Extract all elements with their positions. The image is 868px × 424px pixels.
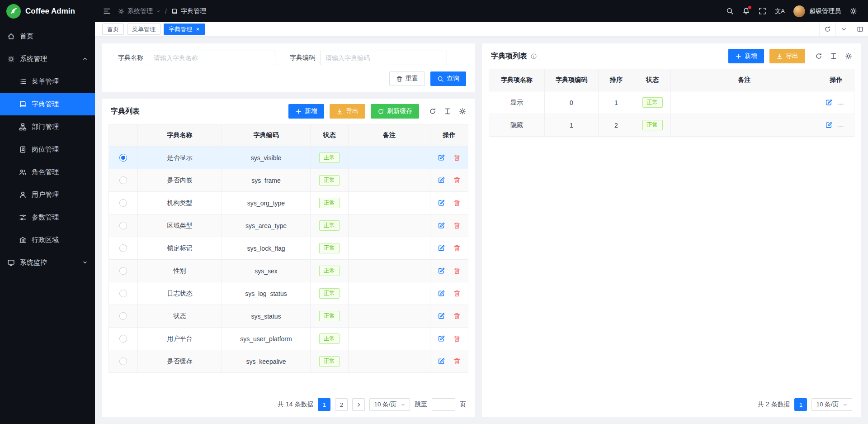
edit-icon[interactable] [438, 199, 445, 207]
row-radio-button[interactable] [119, 154, 127, 162]
search-button[interactable]: 查询 [430, 71, 466, 86]
delete-icon[interactable] [453, 222, 461, 229]
edit-icon[interactable] [438, 222, 445, 229]
delete-icon[interactable] [453, 335, 461, 343]
page-button-1[interactable]: 1 [794, 398, 807, 411]
sidebar-item-dict-management[interactable]: 字典管理 [0, 93, 95, 115]
redo-icon[interactable] [815, 52, 822, 60]
dict-panel: 字典名称 字典编码 重置 [102, 43, 475, 417]
edit-icon[interactable] [438, 267, 445, 275]
sidebar-item-system-monitor[interactable]: 系统监控 [0, 251, 95, 274]
chevron-down-icon[interactable] [835, 22, 852, 36]
table-row[interactable]: 机构类型 sys_org_type 正常 [109, 192, 468, 214]
close-icon[interactable] [195, 27, 200, 32]
edit-icon[interactable] [438, 290, 445, 297]
table-row[interactable]: 是否内嵌 sys_frame 正常 [109, 169, 468, 192]
table-row[interactable]: 显示 0 1 正常 [489, 91, 854, 114]
delete-icon[interactable] [453, 312, 461, 320]
page-size-select[interactable]: 10 条/页 [811, 398, 852, 411]
delete-icon[interactable] [841, 121, 849, 129]
delete-icon[interactable] [453, 154, 461, 162]
edit-icon[interactable] [438, 357, 445, 365]
notification-bell-icon[interactable] [742, 7, 750, 15]
tab-menu-management[interactable]: 菜单管理 [127, 24, 160, 35]
reset-button[interactable]: 重置 [389, 71, 425, 86]
column-height-icon[interactable] [830, 52, 837, 60]
dict-name-input[interactable] [149, 51, 275, 65]
page-button-2[interactable]: 2 [335, 398, 348, 411]
edit-icon[interactable] [438, 312, 445, 320]
edit-icon[interactable] [825, 99, 833, 106]
sidebar-item-menu-management[interactable]: 菜单管理 [0, 70, 95, 93]
table-row[interactable]: 用户平台 sys_user_platform 正常 [109, 328, 468, 350]
delete-icon[interactable] [453, 267, 461, 275]
table-row[interactable]: 性别 sys_sex 正常 [109, 260, 468, 282]
next-page-button[interactable] [352, 398, 365, 411]
row-radio-button[interactable] [119, 357, 127, 365]
menu-fold-icon[interactable] [103, 7, 111, 15]
table-row[interactable]: 日志状态 sys_log_status 正常 [109, 282, 468, 305]
page-jump-input[interactable] [432, 398, 455, 411]
table-settings-gear-icon[interactable] [845, 52, 852, 60]
add-item-button[interactable]: 新增 [728, 49, 764, 63]
edit-icon[interactable] [438, 154, 445, 162]
table-header-row: 字典名称 字典编码 状态 备注 操作 [109, 124, 468, 147]
row-radio-button[interactable] [119, 290, 127, 297]
row-radio-button[interactable] [119, 335, 127, 343]
fullscreen-icon[interactable] [759, 7, 766, 15]
export-button[interactable]: 导出 [330, 104, 365, 119]
delete-icon[interactable] [453, 290, 461, 297]
tab-home[interactable]: 首页 [102, 24, 124, 35]
table-row[interactable]: 隐藏 1 2 正常 [489, 114, 854, 137]
leaf-logo-icon [6, 4, 21, 19]
dict-code-input[interactable] [321, 51, 447, 65]
edit-icon[interactable] [825, 121, 833, 129]
table-row[interactable]: 是否显示 sys_visible 正常 [109, 147, 468, 169]
breadcrumb-system[interactable]: 系统管理 [118, 7, 160, 15]
edit-icon[interactable] [438, 244, 445, 252]
delete-icon[interactable] [453, 199, 461, 207]
edit-icon[interactable] [438, 176, 445, 184]
search-icon[interactable] [726, 7, 734, 15]
translate-icon[interactable]: 文A [775, 7, 785, 15]
settings-gear-icon[interactable] [849, 7, 857, 15]
layout-expand-icon[interactable] [852, 22, 868, 36]
table-row[interactable]: 锁定标记 sys_lock_flag 正常 [109, 237, 468, 260]
dict-name-cell: 状态 [138, 305, 222, 328]
add-button[interactable]: 新增 [288, 104, 324, 119]
delete-icon[interactable] [453, 357, 461, 365]
delete-icon[interactable] [453, 244, 461, 252]
column-height-icon[interactable] [444, 108, 451, 115]
sidebar-item-admin-region[interactable]: 行政区域 [0, 229, 95, 251]
sidebar-item-dept-management[interactable]: 部门管理 [0, 115, 95, 138]
page-button-1[interactable]: 1 [318, 398, 330, 411]
edit-icon[interactable] [438, 335, 445, 343]
table-settings-gear-icon[interactable] [459, 108, 466, 115]
export-item-button[interactable]: 导出 [769, 49, 805, 63]
sidebar-item-system-management[interactable]: 系统管理 [0, 48, 95, 70]
app-logo[interactable]: Coffee Admin [0, 0, 95, 22]
sidebar-item-param-management[interactable]: 参数管理 [0, 206, 95, 229]
refresh-cache-button[interactable]: 刷新缓存 [371, 104, 419, 119]
delete-icon[interactable] [841, 99, 849, 106]
delete-icon[interactable] [453, 176, 461, 184]
table-row[interactable]: 是否缓存 sys_keepalive 正常 [109, 350, 468, 373]
row-radio-button[interactable] [119, 176, 127, 184]
refresh-icon[interactable] [819, 22, 835, 36]
tab-dict-management[interactable]: 字典管理 [164, 24, 205, 35]
sidebar-item-home[interactable]: 首页 [0, 25, 95, 48]
sidebar-item-post-management[interactable]: 岗位管理 [0, 138, 95, 161]
row-radio-button[interactable] [119, 267, 127, 275]
table-row[interactable]: 状态 sys_status 正常 [109, 305, 468, 328]
sidebar-item-role-management[interactable]: 角色管理 [0, 161, 95, 183]
row-radio-button[interactable] [119, 222, 127, 229]
page-size-select[interactable]: 10 条/页 [369, 398, 410, 411]
redo-icon[interactable] [429, 108, 436, 115]
user-menu[interactable]: 超级管理员 [793, 5, 841, 17]
info-icon[interactable] [530, 53, 537, 60]
row-radio-button[interactable] [119, 199, 127, 207]
row-radio-button[interactable] [119, 312, 127, 320]
sidebar-item-user-management[interactable]: 用户管理 [0, 183, 95, 206]
table-row[interactable]: 区域类型 sys_area_type 正常 [109, 214, 468, 237]
row-radio-button[interactable] [119, 244, 127, 252]
